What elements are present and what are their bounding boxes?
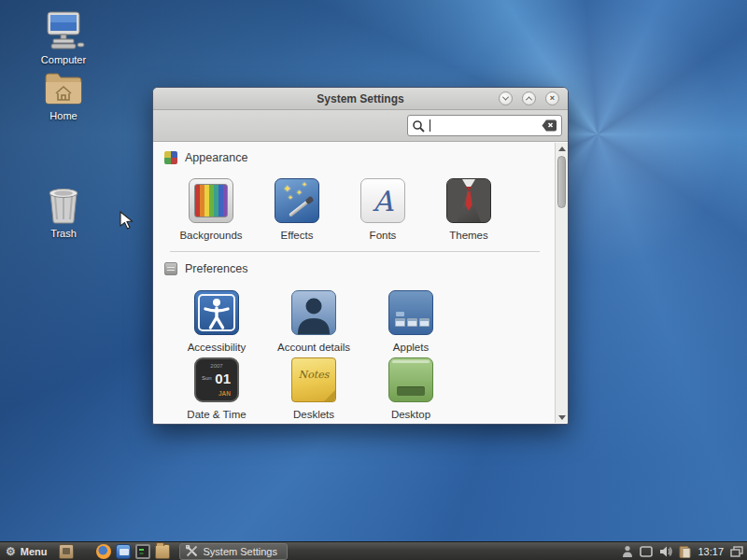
window-list-tray-icon[interactable] bbox=[730, 546, 743, 557]
task-button-label: System Settings bbox=[204, 546, 277, 557]
section-separator bbox=[170, 251, 540, 252]
settings-item-backgrounds[interactable]: Backgrounds bbox=[168, 178, 254, 241]
close-icon: × bbox=[550, 94, 555, 103]
section-label: Preferences bbox=[185, 262, 247, 275]
desklets-icon: Notes bbox=[291, 357, 336, 402]
section-header-appearance: Appearance bbox=[164, 151, 247, 164]
chevron-up-icon bbox=[526, 96, 532, 103]
desktop-icon-home[interactable]: Home bbox=[24, 71, 103, 121]
settings-item-account-details[interactable]: Account details bbox=[265, 290, 362, 353]
software-launcher-icon[interactable] bbox=[116, 544, 131, 559]
settings-item-applets[interactable]: Applets bbox=[362, 290, 459, 353]
menu-label: Menu bbox=[21, 546, 48, 557]
settings-item-date-time[interactable]: 2007 Sun 01 JAN Date & Time bbox=[168, 357, 265, 420]
file-manager-launcher-icon[interactable] bbox=[155, 544, 170, 559]
fonts-icon: A bbox=[360, 178, 405, 223]
desktop-icon-computer[interactable]: Computer bbox=[24, 11, 103, 65]
section-label: Appearance bbox=[185, 151, 247, 164]
trash-icon bbox=[44, 187, 83, 224]
desktop: Computer Home Trash System Settings × bbox=[0, 0, 747, 560]
desktop-icon-label: Trash bbox=[50, 228, 77, 239]
terminal-launcher-icon[interactable] bbox=[135, 544, 150, 559]
accessibility-icon bbox=[194, 290, 239, 335]
system-tray: 13:17 bbox=[622, 545, 747, 558]
scrollbar-thumb[interactable] bbox=[557, 156, 566, 208]
taskbar: ⚙ Menu System Settings bbox=[0, 541, 747, 560]
computer-icon bbox=[42, 11, 85, 50]
settings-item-effects[interactable]: ✦ ✦ ✦ ✦ Effects bbox=[254, 178, 340, 241]
section-header-preferences: Preferences bbox=[164, 262, 247, 275]
desktop-icon-trash[interactable]: Trash bbox=[24, 187, 103, 239]
titlebar[interactable]: System Settings × bbox=[153, 88, 568, 110]
task-button-system-settings[interactable]: System Settings bbox=[179, 543, 288, 560]
desktop-icon-label: Home bbox=[49, 110, 77, 121]
search-input[interactable] bbox=[407, 115, 562, 136]
maximize-button[interactable] bbox=[522, 91, 536, 105]
window-title: System Settings bbox=[317, 92, 403, 105]
menu-button[interactable]: ⚙ Menu bbox=[0, 542, 55, 560]
clipboard-tray-icon[interactable] bbox=[679, 545, 691, 558]
scroll-up-arrow[interactable] bbox=[556, 143, 568, 154]
text-caret bbox=[430, 119, 430, 132]
home-folder-icon bbox=[43, 71, 84, 106]
themes-icon bbox=[446, 178, 491, 223]
account-details-icon bbox=[291, 290, 336, 335]
preferences-section-icon bbox=[164, 262, 177, 275]
backgrounds-icon bbox=[189, 178, 233, 223]
applets-icon bbox=[388, 290, 433, 335]
settings-content: Appearance Backgrounds ✦ ✦ ✦ ✦ Effects bbox=[153, 143, 568, 423]
mouse-cursor bbox=[120, 211, 134, 231]
settings-item-themes[interactable]: Themes bbox=[426, 178, 512, 241]
close-button[interactable]: × bbox=[545, 91, 559, 105]
effects-icon: ✦ ✦ ✦ ✦ bbox=[275, 178, 319, 223]
chevron-down-icon bbox=[502, 94, 509, 101]
clear-search-icon[interactable] bbox=[542, 119, 557, 132]
system-settings-window: System Settings × bbox=[152, 87, 569, 425]
display-tray-icon[interactable] bbox=[640, 546, 653, 557]
clock[interactable]: 13:17 bbox=[698, 546, 724, 557]
minimize-button[interactable] bbox=[499, 91, 513, 105]
gear-icon: ⚙ bbox=[6, 546, 16, 557]
desktop-settings-icon bbox=[388, 357, 433, 402]
appearance-section-icon bbox=[164, 151, 177, 164]
scrollbar[interactable] bbox=[555, 143, 568, 423]
firefox-launcher-icon[interactable] bbox=[96, 544, 111, 559]
show-desktop-icon[interactable] bbox=[59, 544, 74, 559]
search-toolbar bbox=[153, 110, 568, 142]
settings-item-accessibility[interactable]: Accessibility bbox=[168, 290, 265, 353]
desktop-icon-label: Computer bbox=[41, 54, 86, 65]
settings-item-fonts[interactable]: A Fonts bbox=[340, 178, 426, 241]
scroll-down-arrow[interactable] bbox=[556, 412, 568, 423]
date-time-icon: 2007 Sun 01 JAN bbox=[194, 357, 239, 402]
tools-icon bbox=[186, 545, 198, 557]
volume-tray-icon[interactable] bbox=[659, 546, 672, 557]
search-icon bbox=[412, 119, 425, 133]
settings-item-desktop[interactable]: Desktop bbox=[362, 357, 459, 420]
settings-item-desklets[interactable]: Notes Desklets bbox=[265, 357, 362, 420]
user-tray-icon[interactable] bbox=[622, 545, 633, 557]
